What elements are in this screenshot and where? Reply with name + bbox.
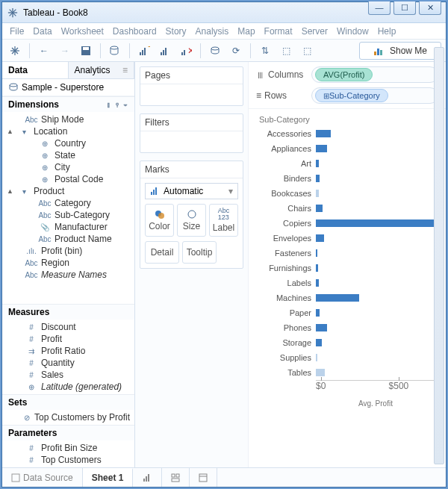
sort-desc-button[interactable]: ⬚: [299, 43, 315, 59]
tableau-icon[interactable]: [7, 43, 23, 59]
new-story-button[interactable]: [190, 468, 217, 487]
menu-analysis[interactable]: Analysis: [196, 26, 229, 37]
bar-row[interactable]: Machines: [259, 290, 435, 305]
field-country[interactable]: ⊕Country: [2, 137, 134, 149]
bar-row[interactable]: Fasteners: [259, 246, 435, 261]
menu-format[interactable]: Format: [264, 26, 293, 37]
bar-row[interactable]: Binders: [259, 171, 435, 186]
connect-button[interactable]: [207, 43, 223, 59]
bar-row[interactable]: Furnishings: [259, 261, 435, 275]
bar-row[interactable]: Appliances: [259, 141, 435, 156]
color-button[interactable]: Color: [145, 204, 174, 237]
sort-asc-button[interactable]: ⬚: [278, 43, 294, 59]
field-profit-bin-size[interactable]: #Profit Bin Size: [2, 442, 134, 454]
menu-story[interactable]: Story: [166, 26, 187, 37]
close-button[interactable]: ✕: [419, 1, 441, 15]
filters-card[interactable]: Filters: [140, 113, 243, 153]
bar-row[interactable]: Envelopes: [259, 231, 435, 246]
field-manufacturer[interactable]: 📎Manufacturer: [2, 221, 134, 233]
svg-rect-15: [161, 52, 162, 55]
marks-type-select[interactable]: Automatic ▾: [145, 183, 238, 199]
new-worksheet-button[interactable]: [133, 468, 162, 487]
menu-data[interactable]: Data: [33, 26, 52, 37]
new-sheet-button[interactable]: +: [136, 43, 152, 59]
field-latitude-generated-[interactable]: ⊕Latitude (generated): [2, 381, 134, 393]
minimize-button[interactable]: —: [368, 1, 391, 15]
tab-analytics[interactable]: Analytics≡: [69, 62, 135, 78]
bar-row[interactable]: Phones: [259, 320, 435, 335]
bar-row[interactable]: Supplies: [259, 350, 435, 365]
bar-chart-icon: [373, 46, 384, 55]
field-postal-code[interactable]: ⊕Postal Code: [2, 173, 134, 185]
columns-pill[interactable]: AVG(Profit): [315, 68, 373, 81]
field-category[interactable]: AbcCategory: [2, 197, 134, 209]
field-city[interactable]: ⊕City: [2, 161, 134, 173]
viz-canvas[interactable]: Sub-Category AccessoriesAppliancesArtBin…: [249, 109, 446, 467]
field-top-customers[interactable]: #Top Customers: [2, 454, 134, 466]
bar-row[interactable]: Labels: [259, 275, 435, 290]
field-top-customers-by-profit[interactable]: ⊘Top Customers by Profit: [2, 411, 134, 423]
field-profit-ratio[interactable]: ⇉Profit Ratio: [2, 345, 134, 357]
viz-pane: ⫼Columns AVG(Profit) ≡Rows Sub-Category …: [249, 62, 446, 467]
refresh-button[interactable]: ⟳: [228, 43, 244, 59]
bar-row[interactable]: Storage: [259, 335, 435, 350]
cards-column: Pages Filters Marks Automatic ▾ Color: [135, 62, 249, 467]
field-quantity[interactable]: #Quantity: [2, 357, 134, 369]
size-button[interactable]: Size: [177, 204, 206, 237]
sets-header: Sets: [2, 394, 134, 410]
data-source-tab[interactable]: Data Source: [2, 468, 83, 487]
bar-row[interactable]: Paper: [259, 305, 435, 320]
menu-dashboard[interactable]: Dashboard: [113, 26, 157, 37]
datasource-row[interactable]: Sample - Superstore: [2, 79, 134, 96]
sheet-tab[interactable]: Sheet 1: [83, 468, 134, 487]
svg-point-31: [188, 211, 196, 218]
new-dashboard-button[interactable]: [162, 468, 190, 487]
save-button[interactable]: [78, 43, 94, 59]
show-me-button[interactable]: Show Me: [359, 42, 441, 60]
swap-button[interactable]: ⇅: [257, 43, 273, 59]
menu-window[interactable]: Window: [337, 26, 369, 37]
label-button[interactable]: Abc 123 Label: [209, 204, 238, 237]
field-location[interactable]: ▲▾Location: [2, 125, 134, 137]
field-profit[interactable]: #Profit: [2, 333, 134, 345]
field-region[interactable]: AbcRegion: [2, 257, 134, 269]
category-label: Labels: [259, 278, 316, 287]
vertical-scrollbar[interactable]: [434, 47, 444, 464]
menu-worksheet[interactable]: Worksheet: [61, 26, 104, 37]
bar-row[interactable]: Copiers: [259, 216, 435, 231]
field-ship-mode[interactable]: AbcShip Mode: [2, 113, 134, 125]
menu-map[interactable]: Map: [237, 26, 255, 37]
field-product-name[interactable]: AbcProduct Name: [2, 233, 134, 245]
menu-help[interactable]: Help: [378, 26, 396, 37]
forward-button[interactable]: →: [57, 43, 73, 59]
tooltip-button[interactable]: Tooltip: [182, 241, 217, 264]
svg-rect-12: [142, 50, 143, 55]
detail-button[interactable]: Detail: [145, 241, 179, 264]
bar-row[interactable]: Art: [259, 156, 435, 171]
label-icon: Abc 123: [218, 208, 230, 221]
field-product[interactable]: ▲▾Product: [2, 185, 134, 197]
menu-server[interactable]: Server: [302, 26, 328, 37]
columns-shelf[interactable]: ⫼Columns AVG(Profit): [256, 66, 438, 83]
pages-card[interactable]: Pages: [140, 66, 243, 106]
back-button[interactable]: ←: [36, 43, 52, 59]
field-sales[interactable]: #Sales: [2, 369, 134, 381]
maximize-button[interactable]: ☐: [393, 1, 416, 15]
new-data-button[interactable]: [107, 43, 123, 59]
bar-row[interactable]: Bookcases: [259, 186, 435, 201]
bar-row[interactable]: Tables: [259, 365, 435, 380]
field-measure-names[interactable]: AbcMeasure Names: [2, 269, 134, 281]
clear-sheet-button[interactable]: ✕: [178, 43, 194, 59]
tab-data[interactable]: Data: [2, 62, 69, 78]
field-discount[interactable]: #Discount: [2, 321, 134, 333]
duplicate-sheet-button[interactable]: [157, 43, 173, 59]
rows-pill[interactable]: Sub-Category: [315, 89, 388, 102]
bar-row[interactable]: Accessories: [259, 126, 435, 141]
field-sub-category[interactable]: AbcSub-Category: [2, 209, 134, 221]
svg-rect-24: [380, 50, 382, 55]
field-state[interactable]: ⊕State: [2, 149, 134, 161]
menu-file[interactable]: File: [10, 26, 24, 37]
bar-row[interactable]: Chairs: [259, 201, 435, 216]
field-profit-bin-[interactable]: .ılı.Profit (bin): [2, 245, 134, 257]
rows-shelf[interactable]: ≡Rows Sub-Category: [256, 87, 438, 104]
